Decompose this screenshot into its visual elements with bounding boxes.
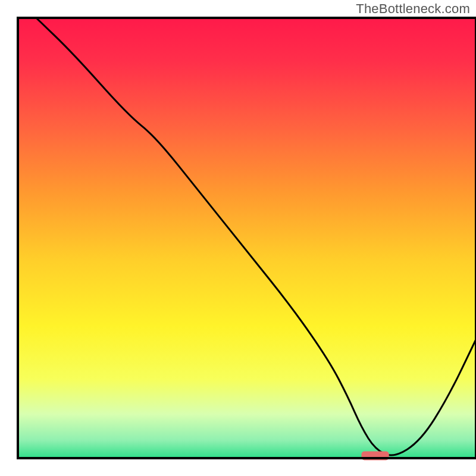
chart-container: { "watermark": "TheBottleneck.com", "cha… xyxy=(0,0,476,476)
bottleneck-chart xyxy=(0,0,476,476)
watermark-text: TheBottleneck.com xyxy=(356,1,470,17)
plot-background xyxy=(18,18,476,458)
